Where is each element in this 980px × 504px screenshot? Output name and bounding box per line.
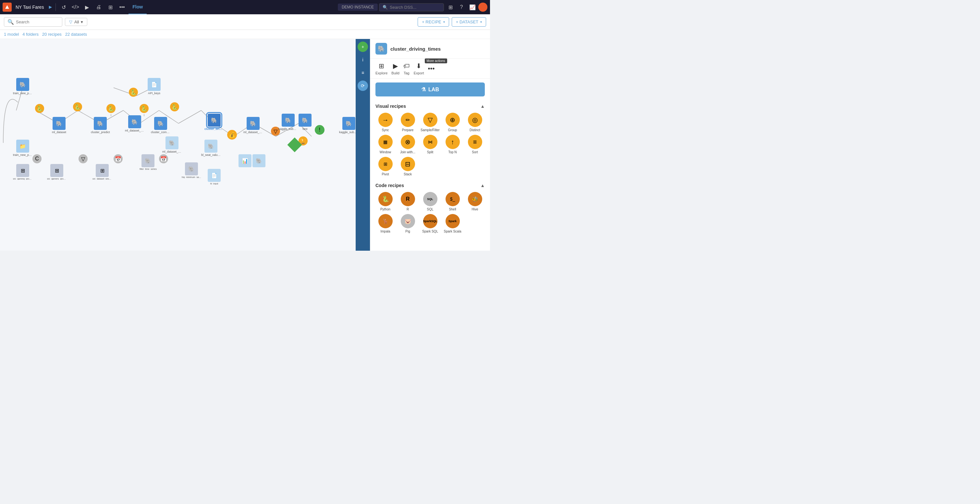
build-action[interactable]: ▶ Build <box>391 62 399 75</box>
lab-button[interactable]: ⚗ LAB <box>375 83 485 96</box>
node-bottom-5[interactable]: 🐘 hig_minimum_samples <box>182 163 201 178</box>
node-diamond[interactable] <box>290 140 300 150</box>
instance-badge[interactable]: DEMO INSTANCE <box>338 3 378 11</box>
node-light-1[interactable]: 🐘 ml_dataset_cluster... <box>162 136 182 153</box>
impala-recipe[interactable]: 🦌 Impala <box>375 214 395 233</box>
node-ml-dataset[interactable]: 🐘 ml_dataset <box>52 117 66 134</box>
node-ml-dataset-prepared[interactable]: 🐘 ml_dataset_prepared <box>243 117 263 134</box>
node-bottom-3[interactable]: ⊞ src_dataset_sessions <box>92 164 112 180</box>
sparksql-recipe[interactable]: SparkSQL Spark SQL <box>420 214 440 233</box>
pivot-recipe[interactable]: ⊞ Pivot <box>375 157 395 176</box>
play-icon[interactable]: ▶ <box>82 2 92 12</box>
r-recipe[interactable]: R R <box>398 192 418 211</box>
node-c-bottom[interactable]: C <box>32 154 41 163</box>
group-recipe[interactable]: ⊕ Group <box>442 113 462 132</box>
node-bottom-hl[interactable]: 📄 hl_input <box>208 169 221 185</box>
settings-button[interactable]: ⟳ <box>358 81 368 91</box>
node-bl-seat-values[interactable]: 🐘 bl_seat_values <box>201 140 221 156</box>
node-fare[interactable]: 🐘 fare <box>299 114 312 131</box>
add-button[interactable]: + <box>358 41 368 52</box>
recipe-dropdown-arrow: ▾ <box>443 20 445 24</box>
topn-recipe[interactable]: ↑ Top N <box>442 135 462 154</box>
sync-recipe[interactable]: → Sync <box>375 113 395 132</box>
prepare-label: Prepare <box>402 128 414 132</box>
node-kaggle-submission[interactable]: 🐘 kaggle_submission <box>278 114 298 131</box>
folder-count[interactable]: 4 <box>22 32 25 37</box>
global-search[interactable]: 🔍 Search DSS... <box>379 3 444 11</box>
code-recipes-collapse[interactable]: ▲ <box>480 183 485 188</box>
node-recipe-5[interactable]: 💰 <box>227 130 237 140</box>
node-bottom-filter[interactable]: ▽ <box>78 154 88 163</box>
node-cup-score[interactable]: ! <box>315 125 325 135</box>
pig-recipe[interactable]: 🐷 Pig <box>398 214 418 233</box>
main-area: 🐘 train_new_predict 🐍 🐘 ml_dataset 🐍 🐘 c… <box>0 39 490 251</box>
node-bottom-1[interactable]: ⊞ src_gaming_groups <box>13 164 32 180</box>
nav-arrow[interactable]: ► <box>48 4 53 10</box>
project-name[interactable]: NY Taxi Fares <box>16 5 44 10</box>
shell-recipe[interactable]: $_ Shell <box>442 192 462 211</box>
prepare-recipe[interactable]: ✏ Prepare <box>398 113 418 132</box>
dataset-button[interactable]: + DATASET ▾ <box>452 17 486 27</box>
node-recipe-python[interactable]: 🐍 <box>170 102 179 112</box>
recipe-count[interactable]: 20 <box>42 32 47 37</box>
explore-action[interactable]: ⊞ Explore <box>375 62 387 75</box>
node-chart[interactable]: 📊 <box>239 154 251 167</box>
search-input[interactable] <box>16 19 59 24</box>
search-box[interactable]: 🔍 <box>4 17 62 27</box>
sync-label: Sync <box>382 128 389 132</box>
hive-recipe[interactable]: 🐝 Hive <box>465 192 485 211</box>
table-icon[interactable]: ⊞ <box>105 2 116 12</box>
node-bottom-cal1[interactable]: 📅 <box>114 154 123 163</box>
export-action[interactable]: ⬇ Export <box>414 62 424 75</box>
node-cluster-predict[interactable]: 🐘 cluster_predict <box>91 117 110 134</box>
tag-action[interactable]: 🏷 Tag <box>403 62 410 75</box>
node-train-new-predict[interactable]: 🐘 train_new_predict <box>13 78 32 95</box>
node-api-keys[interactable]: 📄 API_keys <box>148 78 161 95</box>
node-recipe-4[interactable]: 🐍 ! <box>140 104 149 117</box>
code-icon[interactable]: </> <box>70 2 81 12</box>
python-recipe[interactable]: 🐍 Python <box>375 192 395 211</box>
flow-canvas[interactable]: 🐘 train_new_predict 🐍 🐘 ml_dataset 🐍 🐘 c… <box>0 39 356 251</box>
help-icon[interactable]: ? <box>456 2 467 12</box>
info-button[interactable]: i <box>358 54 368 65</box>
node-ml-dataset-clustered[interactable]: 🐘 ml_dataset_clustered <box>125 115 145 132</box>
node-recipe-2[interactable]: 🐍 <box>73 102 82 112</box>
more-action[interactable]: ••• More actions <box>428 65 435 72</box>
node-dataset-right[interactable]: 🐘 <box>253 154 266 167</box>
stack-recipe[interactable]: ⊟ Stack <box>398 157 418 176</box>
recipe-button[interactable]: + RECIPE ▾ <box>418 17 449 27</box>
node-cluster-driving-times[interactable]: 🐘 cluster_driving_times <box>204 114 224 131</box>
more-icon[interactable]: ••• <box>117 2 127 12</box>
flow-tab[interactable]: Flow <box>129 0 147 14</box>
node-folder-1[interactable]: 📁 train_new_predicts <box>13 140 32 156</box>
node-recipe-api[interactable]: 🐍 <box>129 88 138 97</box>
node-bottom-2[interactable]: ⊞ src_gamers_groups <box>47 164 67 180</box>
sample-filter-icon: ▽ <box>423 113 438 127</box>
node-kaggle-sub-score[interactable]: 🐘 kaggle_sub_score <box>339 117 356 134</box>
distinct-recipe[interactable]: ◎ Distinct <box>465 113 485 132</box>
print-icon[interactable]: 🖨 <box>94 2 104 12</box>
list-button[interactable]: ≡ <box>358 67 368 78</box>
refresh-icon[interactable]: ↺ <box>59 2 69 12</box>
grid-icon[interactable]: ⊞ <box>445 2 456 12</box>
user-avatar[interactable] <box>478 3 487 12</box>
node-recipe-3[interactable]: 🐍 ! <box>107 104 116 117</box>
model-count[interactable]: 1 <box>4 32 6 37</box>
node-recipe-1[interactable]: 🐍 <box>35 104 44 113</box>
split-recipe[interactable]: ⋈ Split <box>420 135 440 154</box>
window-recipe[interactable]: ▦ Window <box>375 135 395 154</box>
sql-label: SQL <box>427 207 433 211</box>
join-recipe[interactable]: ⊗ Join with... <box>398 135 418 154</box>
dataset-count[interactable]: 22 <box>65 32 70 37</box>
sparkscala-recipe[interactable]: Spark Spark Scala <box>442 214 462 233</box>
analytics-icon[interactable]: 📈 <box>467 2 478 12</box>
node-cluster-combinations[interactable]: 🐘 cluster_combinations <box>151 117 170 134</box>
sort-recipe[interactable]: ≡ Sort <box>465 135 485 154</box>
sql-recipe[interactable]: SQL SQL <box>420 192 440 211</box>
node-bottom-cal2[interactable]: 📅 <box>159 154 168 163</box>
visual-recipes-collapse[interactable]: ▲ <box>480 104 485 109</box>
sample-filter-recipe[interactable]: ▽ Sample/Filter <box>420 113 440 132</box>
filter-dropdown[interactable]: ▽ All ▾ <box>65 18 87 26</box>
app-logo[interactable] <box>3 3 12 12</box>
node-bottom-4[interactable]: 🐘 filter_time_series <box>140 154 157 170</box>
